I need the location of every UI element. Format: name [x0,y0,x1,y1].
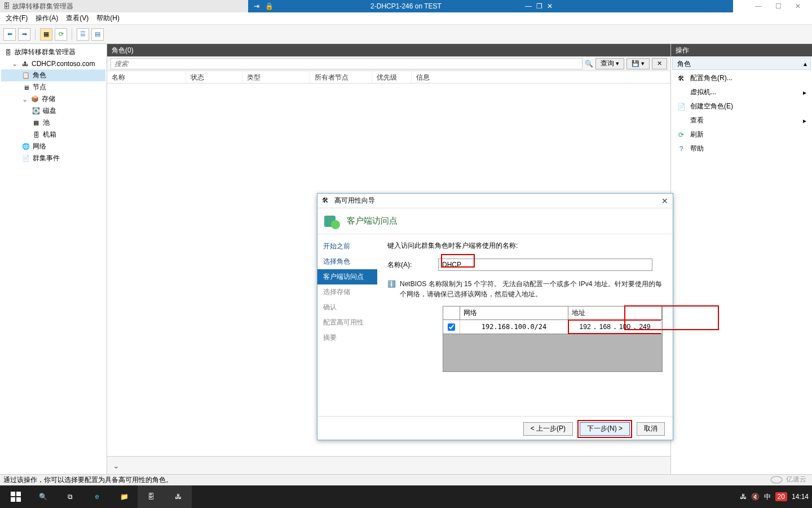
tray-badge[interactable]: 20 [775,492,787,501]
tree-root[interactable]: 🗄 故障转移群集管理器 [1,46,105,58]
statusbar-text: 通过该操作，你可以选择要配置为具备高可用性的角色。 [3,475,173,485]
outer-minimize-icon[interactable]: — [755,2,762,10]
col-info[interactable]: 信息 [412,71,670,83]
net-row-checkbox[interactable] [448,323,455,331]
wizard-footer: < 上一步(P) 下一步(N) > 取消 [317,416,673,441]
tray-time[interactable]: 14:14 [792,493,809,501]
tree-networks[interactable]: 🌐 网络 [1,141,105,152]
search-icon[interactable]: 🔍 [585,60,593,68]
wizard-close-button[interactable]: ✕ [661,196,668,205]
col-type[interactable]: 类型 [242,71,310,83]
menu-view[interactable]: 查看(V) [66,14,89,23]
toolbar-btn-3[interactable]: ☰ [77,28,89,41]
menu-action[interactable]: 操作(A) [36,14,58,23]
name-input[interactable] [438,259,652,271]
lock-icon[interactable]: 🔒 [265,2,273,10]
action-view[interactable]: 查看 ▸ [671,113,812,128]
ip-octet-1[interactable]: 192 [580,323,591,331]
save-query-button[interactable]: 💾 ▾ [626,58,650,69]
start-button[interactable] [2,485,29,508]
vm-close-icon[interactable]: ✕ [547,2,553,10]
task-view-button[interactable]: ⧉ [56,485,83,508]
wizard-titlebar: 🛠 高可用性向导 ✕ [317,194,673,208]
refresh-button[interactable]: ⟳ [55,28,67,41]
toolbar-btn-1[interactable]: ▦ [40,28,52,41]
tree-enclosures[interactable]: 🗄 机箱 [1,129,105,141]
taskbar-cluster-mgr[interactable]: 🗄 [138,485,165,508]
empty-role-icon: 📄 [677,102,686,111]
action-help[interactable]: ? 帮助 [671,142,812,156]
tree-roles-label: 角色 [33,71,46,80]
nav-forward-button[interactable]: ➡ [18,28,30,41]
col-owner[interactable]: 所有者节点 [310,71,372,83]
twisty-open-icon[interactable]: ⌄ [11,60,18,68]
cluster-mgr-icon: 🗄 [3,48,12,57]
wizard-step-0[interactable]: 开始之前 [317,239,377,254]
tree-disks[interactable]: 💽 磁盘 [1,105,105,117]
tree-roles[interactable]: 📋 角色 [1,69,105,81]
tree-nodes[interactable]: 🖥 节点 [1,81,105,93]
disks-icon: 💽 [32,107,41,116]
name-row: 名称(A): [387,259,663,271]
taskbar-ie[interactable]: e [83,485,111,508]
nav-back-button[interactable]: ⬅ [3,28,16,41]
toolbar: ⬅ ➡ ▦ ⟳ ☰ ▤ [0,25,812,44]
submenu-arrow-icon: ▸ [803,117,806,125]
action-refresh[interactable]: ⟳ 刷新 [671,128,812,142]
app-title: 故障转移群集管理器 [12,2,73,11]
watermark: 亿速云 [770,474,806,484]
tree-events[interactable]: 📄 群集事件 [1,152,105,164]
action-configure-role[interactable]: 🛠 配置角色(R)... [671,71,812,85]
query-button[interactable]: 查询 ▾ [595,58,624,69]
twisty-open-icon[interactable]: ⌄ [21,95,28,103]
nodes-icon: 🖥 [21,83,30,92]
action-create-empty-role[interactable]: 📄 创建空角色(E) [671,99,812,113]
search-input[interactable] [111,58,582,69]
net-col-address: 地址 [568,306,662,319]
vm-titlebar: 🗄 故障转移群集管理器 ⇥ 🔒 2-DHCP1-246 on TEST — ❐ … [0,0,812,12]
svg-rect-3 [16,492,21,496]
tree-pools[interactable]: ▦ 池 [1,117,105,129]
tray-ime[interactable]: 中 [764,492,771,502]
toolbar-btn-4[interactable]: ▤ [91,28,104,41]
taskbar-explorer[interactable]: 📁 [111,485,138,508]
clear-query-button[interactable]: ✕ [652,58,667,69]
outer-maximize-icon[interactable]: ☐ [775,2,782,10]
vm-maximize-icon[interactable]: ❐ [536,2,542,10]
chevron-down-icon[interactable]: ⌄ [113,461,120,470]
col-status[interactable]: 状态 [186,71,242,83]
collapse-up-icon[interactable]: ▴ [804,60,807,68]
wizard-step-1[interactable]: 选择角色 [317,254,377,269]
menu-file[interactable]: 文件(F) [6,14,28,23]
actions-subtitle-text: 角色 [677,59,691,69]
ip-octet-4[interactable]: 249 [639,323,650,331]
taskbar-search[interactable]: 🔍 [29,485,56,508]
col-name[interactable]: 名称 [107,71,186,83]
tray-volume-icon[interactable]: 🔇 [751,493,760,501]
wizard-heading-text: 客户端访问点 [347,216,398,226]
action-virtual-machine[interactable]: 虚拟机... ▸ [671,85,812,99]
wizard-step-6: 摘要 [317,330,377,345]
taskbar-app2[interactable]: 🖧 [165,485,192,508]
tray-network-icon[interactable]: 🖧 [740,493,747,501]
next-button[interactable]: 下一步(N) > [580,422,630,436]
menubar: 文件(F) 操作(A) 查看(V) 帮助(H) [0,12,812,25]
menu-help[interactable]: 帮助(H) [96,14,120,23]
pin-icon[interactable]: ⇥ [254,2,259,10]
ip-octet-3[interactable]: 100 [619,323,630,331]
col-priority[interactable]: 优先级 [372,71,412,83]
ip-octet-2[interactable]: 168 [599,323,611,331]
tree-cluster[interactable]: ⌄ 🖧 CDHCP.contoso.com [1,58,105,69]
info-text: NetBIOS 名称限制为 15 个字符。 无法自动配置一个或多个 IPv4 地… [400,279,663,299]
wizard-steps: 开始之前 选择角色 客户端访问点 选择存储 确认 配置高可用性 摘要 [317,234,377,416]
tree-storage[interactable]: ⌄ 📦 存储 [1,93,105,105]
wizard-step-2[interactable]: 客户端访问点 [317,269,377,284]
info-icon: ℹ️ [387,279,396,288]
net-row-address[interactable]: 192. 168. 100. 249 [568,319,661,334]
network-table-row: 192.168.100.0/24 192. 168. 100. 249 [443,320,662,334]
cancel-button[interactable]: 取消 [637,422,665,436]
action-label: 创建空角色(E) [690,102,733,111]
prev-button[interactable]: < 上一步(P) [523,422,573,436]
vm-minimize-icon[interactable]: — [525,2,532,10]
outer-close-icon[interactable]: ✕ [795,2,801,10]
